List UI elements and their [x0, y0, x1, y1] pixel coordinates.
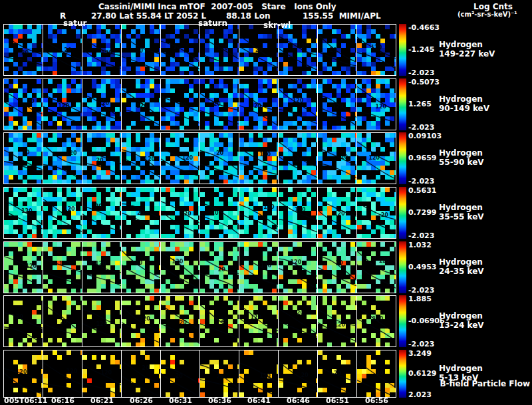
skymap-panel	[161, 296, 200, 346]
skymap-panel	[82, 133, 121, 184]
skymap-panel	[357, 79, 396, 130]
skymap-panel	[357, 242, 396, 293]
colorbar-tick-min: -2.023	[408, 286, 434, 295]
skymap-panel	[82, 242, 121, 293]
time-tick-label: 06:16	[51, 396, 74, 405]
skymap-panel	[122, 296, 160, 346]
skymap-panel	[122, 242, 160, 293]
skymap-panel	[200, 133, 239, 184]
skymap-panel	[239, 296, 278, 346]
skymap-panel	[43, 350, 82, 397]
colorbar-tick-mid: 1.265	[408, 100, 432, 108]
row-label-5: Hydrogen 24-35 keV	[439, 257, 484, 276]
skymap-panel	[82, 25, 121, 75]
time-tick-label: 06:31	[169, 396, 192, 405]
skymap-panel	[82, 188, 121, 238]
skymap-panel	[239, 350, 278, 397]
colorbar-tick-min: -2.023	[408, 68, 434, 77]
skymap-panel	[279, 25, 317, 75]
skymap-panel	[4, 188, 43, 238]
cassini-mimi-plot: Cassini/MIMI Inca mTOF 2007-005 Stare Io…	[0, 0, 532, 405]
skymap-panel	[82, 350, 121, 397]
colorbar-row-3	[399, 132, 406, 184]
skymap-panel	[4, 133, 43, 184]
skymap-panel	[161, 133, 200, 184]
colorbar-units-detail: (cm²-sr-s-keV)⁻¹	[458, 11, 517, 18]
annotation-skr-wl: skr-wl	[263, 21, 291, 30]
skymap-panel	[200, 25, 239, 75]
skymap-panel	[279, 350, 317, 397]
skymap-panel	[357, 188, 396, 238]
skymap-panel	[239, 25, 278, 75]
skymap-panel	[239, 242, 278, 293]
skymap-panel	[43, 79, 82, 130]
skymap-row-5	[3, 241, 396, 293]
skymap-panel	[82, 296, 121, 346]
skymap-panel	[279, 242, 317, 293]
colorbar-tick-min: -2.023	[408, 231, 434, 240]
skymap-panel	[318, 25, 356, 75]
colorbar-tick-max: 1.885	[408, 295, 432, 303]
colorbar-tick-max: -0.4663	[408, 23, 440, 32]
skymap-panel	[161, 188, 200, 238]
colorbar-row-4	[399, 187, 406, 239]
skymap-panel	[43, 25, 82, 75]
skymap-panel	[122, 25, 160, 75]
time-tick-label: 06:36	[208, 396, 231, 405]
colorbar-tick-mid: -1.245	[408, 45, 434, 54]
colorbar-tick-max: 0.09103	[408, 132, 442, 140]
skymap-panel	[122, 350, 160, 397]
skymap-panel	[239, 188, 278, 238]
info-source: 155.55 MIMI/APL	[303, 11, 381, 21]
skymap-panel	[161, 242, 200, 293]
skymap-panel	[318, 79, 356, 130]
colorbar-tick-max: 3.249	[408, 349, 432, 358]
skymap-panel	[279, 133, 317, 184]
skymap-panel	[239, 133, 278, 184]
skymap-panel	[200, 296, 239, 346]
colorbar-tick-mid: 0.6129	[408, 369, 436, 378]
skymap-panel	[239, 79, 278, 130]
skymap-row-4	[3, 187, 396, 239]
annotation-saturn-1: satur	[63, 19, 86, 28]
skymap-panel	[4, 79, 43, 130]
skymap-panel	[200, 242, 239, 293]
skymap-panel	[161, 350, 200, 397]
skymap-panel	[357, 296, 396, 346]
time-tick-label: 06:26	[130, 396, 153, 405]
colorbar-tick-min: -2.023	[408, 177, 434, 186]
row-label-4: Hydrogen 35-55 keV	[439, 203, 484, 221]
skymap-row-7	[3, 350, 396, 398]
skymap-panel	[200, 350, 239, 397]
row-label-3: Hydrogen 55-90 keV	[439, 148, 484, 167]
colorbar-tick-max: -0.5073	[408, 78, 440, 86]
skymap-panel	[122, 79, 160, 130]
skymap-panel	[4, 350, 43, 397]
skymap-panel	[43, 133, 82, 184]
colorbar-tick-min: -2.023	[408, 340, 434, 348]
skymap-panel	[43, 296, 82, 346]
plot-title: Cassini/MIMI Inca mTOF 2007-005 Stare Io…	[98, 2, 336, 11]
time-tick-label: 06:51	[326, 396, 349, 405]
time-tick-label: 005T06:11	[4, 396, 47, 405]
skymap-panel	[279, 79, 317, 130]
skymap-panel	[161, 79, 200, 130]
skymap-panel	[357, 133, 396, 184]
skymap-row-2	[3, 78, 396, 130]
info-longitude: 88.18 Lon	[226, 11, 271, 21]
skymap-panel	[43, 188, 82, 238]
colorbar-row-5	[399, 241, 406, 293]
skymap-row-6	[3, 295, 396, 347]
skymap-panel	[357, 350, 396, 397]
colorbar-row-6	[399, 295, 406, 347]
skymap-panel	[122, 133, 160, 184]
skymap-panel	[4, 25, 43, 75]
skymap-panel	[4, 296, 43, 346]
colorbar-row-1	[399, 24, 406, 76]
row-label-1: Hydrogen 149-227 keV	[439, 40, 495, 59]
skymap-panel	[318, 242, 356, 293]
colorbar-tick-min: -2.023	[408, 123, 434, 132]
row-label-2: Hydrogen 90-149 keV	[439, 94, 489, 113]
colorbar-units-title: Log Cnts	[473, 2, 513, 11]
time-tick-label: 06:46	[287, 396, 310, 405]
